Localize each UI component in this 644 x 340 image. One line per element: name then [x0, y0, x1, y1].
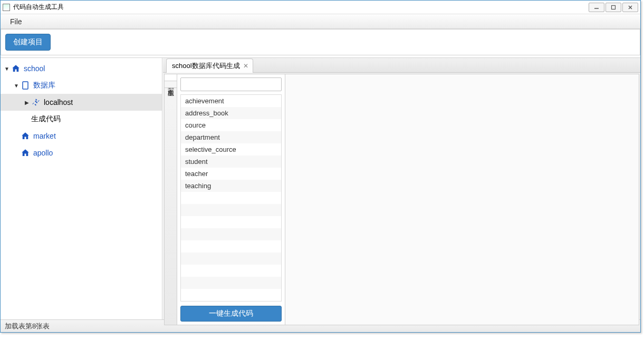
generate-code-button[interactable]: 一键生成代码: [180, 306, 282, 322]
tree-spacer: [13, 133, 20, 139]
pane: 设置 主面板 achievement address_book cource d…: [164, 74, 639, 325]
status-text: 加载表第8张表: [5, 322, 50, 330]
table-row: [181, 289, 281, 301]
project-tree: ▼ school ▼ 数据库 ▶ localhost: [1, 58, 162, 319]
window-controls: [589, 3, 638, 12]
vtab-main-panel[interactable]: 主面板: [165, 81, 177, 88]
table-row: [181, 204, 281, 216]
window-title: 代码自动生成工具: [13, 3, 589, 12]
home-icon: [21, 131, 30, 141]
table-row: [181, 228, 281, 240]
table-list-panel: achievement address_book cource departme…: [177, 74, 285, 325]
create-project-button[interactable]: 创建项目: [5, 34, 51, 51]
table-row[interactable]: teacher: [181, 168, 281, 180]
tree-spacer: [24, 116, 30, 122]
vtab-settings[interactable]: 设置: [165, 74, 177, 81]
table-row[interactable]: teaching: [181, 180, 281, 192]
table-row[interactable]: achievement: [181, 95, 281, 107]
close-button[interactable]: [622, 3, 638, 12]
connection-icon: [31, 98, 41, 107]
tab-school-db-gen[interactable]: school数据库代码生成 ✕: [166, 59, 253, 73]
table-row: [181, 240, 281, 252]
app-window: 代码自动生成工具 File 创建项目 ▼: [0, 0, 641, 333]
chevron-down-icon[interactable]: ▼: [13, 83, 20, 89]
toolbar: 创建项目: [1, 29, 640, 55]
tab-label: school数据库代码生成: [172, 61, 240, 71]
tree-item-database[interactable]: ▼ 数据库: [1, 77, 162, 94]
menubar: File: [1, 14, 640, 29]
detail-area: [285, 74, 639, 325]
tree-item-apollo[interactable]: apollo: [1, 144, 162, 161]
tree-item-gen-code[interactable]: 生成代码: [1, 111, 162, 128]
tree-label: localhost: [44, 98, 73, 106]
table-filter-input[interactable]: [180, 77, 282, 91]
home-icon: [21, 148, 30, 158]
tree-item-localhost[interactable]: ▶ localhost: [1, 94, 162, 111]
home-icon: [11, 64, 21, 73]
close-icon: [628, 5, 633, 10]
maximize-icon: [611, 5, 616, 10]
tree-label: 生成代码: [31, 114, 61, 124]
database-icon: [21, 81, 30, 90]
tree-label: 数据库: [33, 81, 55, 90]
table-list[interactable]: achievement address_book cource departme…: [180, 94, 282, 302]
table-row[interactable]: cource: [181, 119, 281, 131]
svg-rect-1: [612, 5, 616, 9]
tree-item-school[interactable]: ▼ school: [1, 60, 162, 77]
chevron-down-icon[interactable]: ▼: [4, 66, 10, 72]
editor-tabs: school数据库代码生成 ✕: [163, 58, 640, 73]
tree-spacer: [13, 150, 20, 156]
workspace: ▼ school ▼ 数据库 ▶ localhost: [1, 57, 640, 319]
minimize-icon: [594, 5, 599, 10]
chevron-right-icon[interactable]: ▶: [24, 100, 30, 105]
tab-close-icon[interactable]: ✕: [243, 62, 248, 70]
maximize-button[interactable]: [605, 3, 621, 12]
svg-rect-4: [23, 82, 28, 89]
tree-item-market[interactable]: market: [1, 128, 162, 144]
vertical-tabs: 设置 主面板: [165, 74, 177, 325]
tree-label: school: [24, 64, 45, 73]
table-row: [181, 216, 281, 228]
titlebar: 代码自动生成工具: [1, 1, 640, 14]
table-row[interactable]: student: [181, 156, 281, 168]
table-row[interactable]: selective_cource: [181, 143, 281, 156]
main-area: school数据库代码生成 ✕ 设置 主面板 achievement addre…: [162, 58, 640, 319]
table-row: [181, 252, 281, 265]
tree-label: market: [33, 132, 56, 140]
table-row[interactable]: address_book: [181, 107, 281, 119]
minimize-button[interactable]: [589, 3, 604, 12]
tree-label: apollo: [33, 149, 53, 157]
app-icon: [3, 4, 10, 11]
menu-file[interactable]: File: [7, 16, 25, 27]
table-row: [181, 265, 281, 277]
table-row[interactable]: department: [181, 131, 281, 143]
table-row: [181, 277, 281, 289]
table-row: [181, 192, 281, 204]
